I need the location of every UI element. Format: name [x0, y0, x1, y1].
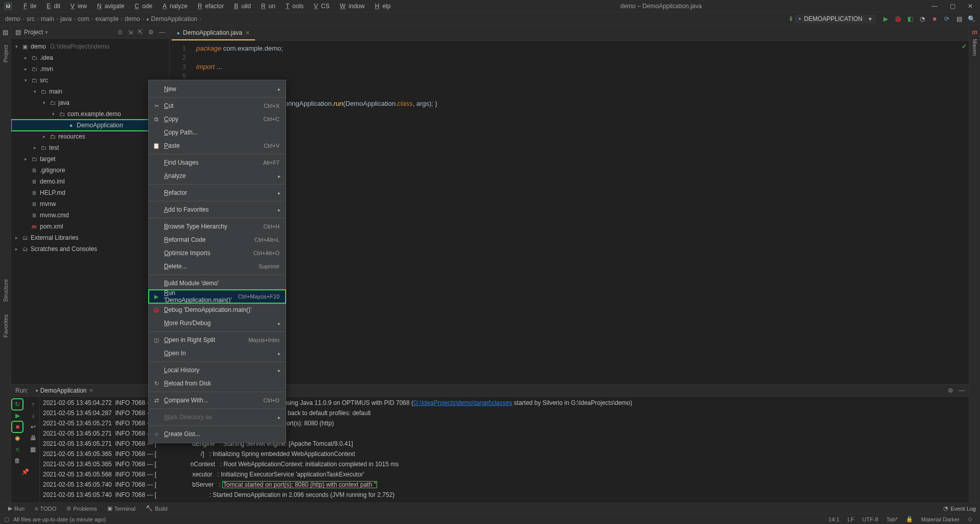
dump-threads-icon[interactable]: ◉ — [13, 434, 22, 443]
breadcrumb-item[interactable]: demo — [125, 15, 140, 22]
menu-view[interactable]: View — [64, 2, 90, 11]
breadcrumb-item[interactable]: DemoApplication — [146, 15, 197, 22]
soft-wrap-icon[interactable]: ↩ — [29, 422, 38, 431]
menu-help[interactable]: Help — [369, 2, 394, 11]
update-icon[interactable]: ⟳ — [943, 15, 950, 22]
ctx-build-module-demo-[interactable]: Build Module 'demo' — [149, 277, 286, 290]
maven-tab[interactable]: Maven — [972, 36, 978, 59]
tree-item-mvnw-cmd[interactable]: 🗎mvnw.cmd — [11, 210, 169, 221]
project-panel-title[interactable]: Project — [24, 29, 43, 36]
run-play-icon[interactable]: ▶ — [13, 411, 22, 420]
status-notify-icon[interactable]: ◇ — [964, 516, 976, 522]
heap-icon[interactable]: 🗑 — [13, 456, 22, 465]
menu-run[interactable]: Run — [255, 2, 278, 11]
ctx-open-in-right-split[interactable]: ◫Open in Right SplitMayús+Intro — [149, 333, 286, 347]
breadcrumb-item[interactable]: main — [41, 15, 54, 22]
status-icon[interactable]: ▢ — [4, 516, 9, 522]
ctx-compare-with-[interactable]: ⇄Compare With...Ctrl+D — [149, 394, 286, 407]
tree-item-java[interactable]: ▾🗀java — [11, 97, 169, 108]
tree-item-com-example-demo[interactable]: ▾🗀com.example.demo — [11, 108, 169, 120]
toolwindow-todo[interactable]: ≡TODO — [31, 505, 60, 513]
menu-code[interactable]: Code — [128, 2, 155, 11]
ctx-analyze[interactable]: Analyze — [149, 169, 286, 183]
tree-arrow-icon[interactable]: ▾ — [32, 89, 38, 94]
tree-item--mvn[interactable]: ▸🗀.mvn — [11, 63, 169, 75]
status-theme[interactable]: Material Darker — [917, 516, 964, 522]
maven-stripe-icon[interactable]: m — [972, 29, 977, 36]
run-config-combo[interactable]: DEMOAPPLICATION — [795, 14, 876, 24]
down-icon[interactable]: ↓ — [29, 411, 38, 420]
menu-navigate[interactable]: Navigate — [91, 2, 127, 11]
tree-item-target[interactable]: ▸🗀target — [11, 153, 169, 165]
run-settings-icon[interactable]: ⚙ — [948, 387, 953, 394]
minimize-icon[interactable]: — — [928, 3, 941, 10]
toolwindow-terminal[interactable]: ▣Terminal — [103, 504, 140, 513]
ctx-local-history[interactable]: Local History — [149, 363, 286, 377]
collapse-all-icon[interactable]: ⇱ — [138, 29, 143, 36]
ctx-run-demoapplication-main-[interactable]: ▶Run 'DemoApplication.main()'Ctrl+Mayús+… — [149, 290, 286, 303]
run-tab-demoapplication[interactable]: ● DemoApplication ✕ — [32, 386, 96, 395]
ctx-refactor[interactable]: Refactor — [149, 186, 286, 199]
inspection-ok-icon[interactable]: ✔ — [962, 43, 967, 50]
tree-arrow-icon[interactable]: ▸ — [41, 134, 47, 139]
ctx-copy[interactable]: ⧉CopyCtrl+C — [149, 112, 286, 126]
menu-tools[interactable]: Tools — [279, 2, 307, 11]
rerun-button[interactable]: ↻ — [13, 400, 22, 409]
toolwindow-problems[interactable]: ⊘Problems — [62, 504, 101, 513]
print-icon[interactable]: 🖶 — [29, 434, 38, 443]
status-caret-pos[interactable]: 14:1 — [824, 516, 843, 522]
close-run-tab-icon[interactable]: ✕ — [89, 388, 93, 393]
project-stripe-icon[interactable]: ▤ — [3, 29, 8, 36]
tree-arrow-icon[interactable]: ▾ — [50, 111, 56, 117]
tree-arrow-icon[interactable]: ▸ — [22, 55, 29, 60]
menu-build[interactable]: Build — [228, 2, 254, 11]
tree-item-mvnw[interactable]: 🗎mvnw — [11, 198, 169, 210]
breadcrumb-item[interactable]: src — [27, 15, 35, 22]
breadcrumb-item[interactable]: com — [78, 15, 89, 22]
tree-arrow-icon[interactable]: ▾ — [22, 78, 29, 83]
tree-arrow-icon[interactable]: ▸ — [13, 246, 19, 252]
tree-item-demo[interactable]: ▾▣demoG:\IdeaProjects\demo — [11, 41, 169, 52]
ctx-add-to-favorites[interactable]: Add to Favorites — [149, 203, 286, 216]
select-opened-icon[interactable]: ⊙ — [118, 29, 123, 36]
close-tab-icon[interactable]: ✕ — [245, 30, 250, 36]
ctx-debug-demoapplication-main-[interactable]: 🐞Debug 'DemoApplication.main()' — [149, 303, 286, 316]
menu-edit[interactable]: Edit — [40, 2, 63, 11]
ctx-cut[interactable]: ✂CutCtrl+X — [149, 99, 286, 112]
editor-tab-demoapplication[interactable]: ● DemoApplication.java ✕ — [172, 26, 255, 40]
coverage-icon[interactable]: ◧ — [906, 15, 914, 22]
menu-refactor[interactable]: Refactor — [192, 2, 227, 11]
ctx-reload-from-disk[interactable]: ↻Reload from Disk — [149, 377, 286, 390]
tree-item--gitignore[interactable]: 🗎.gitignore — [11, 165, 169, 176]
tree-item--idea[interactable]: ▸🗀.idea — [11, 52, 169, 63]
debug-icon[interactable]: 🐞 — [894, 15, 901, 22]
tree-item-demo-iml[interactable]: 🗎demo.iml — [11, 176, 169, 187]
run-icon[interactable]: ▶ — [882, 15, 889, 22]
maximize-icon[interactable]: ▢ — [947, 3, 959, 10]
tree-arrow-icon[interactable]: ▸ — [13, 235, 19, 240]
run-hide-icon[interactable]: — — [959, 387, 965, 394]
console-link[interactable]: G:\IdeaProjects\demo\target\classes — [413, 399, 512, 406]
project-tree[interactable]: ▾▣demoG:\IdeaProjects\demo▸🗀.idea▸🗀.mvn▾… — [11, 39, 169, 384]
tree-arrow-icon[interactable]: ▸ — [32, 145, 38, 150]
ctx-delete-[interactable]: Delete...Suprimir — [149, 260, 286, 273]
ctx-create-gist-[interactable]: ○Create Gist... — [149, 427, 286, 441]
favorites-tab[interactable]: Favorites — [3, 311, 9, 340]
toolwindow-build[interactable]: 🔨Build — [142, 504, 171, 513]
breadcrumb[interactable]: demo›src›main›java›com›example›demo›Demo… — [5, 15, 201, 22]
tree-item-main[interactable]: ▾🗀main — [11, 86, 169, 97]
status-line-ending[interactable]: LF — [844, 516, 858, 522]
project-tab[interactable]: Project — [3, 42, 9, 65]
tree-arrow-icon[interactable]: ▾ — [41, 100, 47, 105]
toolwindow-run[interactable]: ▶Run — [4, 504, 29, 513]
hide-icon[interactable]: — — [159, 29, 165, 36]
gear-icon[interactable]: ⚙ — [148, 29, 154, 36]
tree-item-src[interactable]: ▾🗀src — [11, 75, 169, 86]
menu-file[interactable]: File — [17, 2, 39, 11]
ctx-reformat-code[interactable]: Reformat CodeCtrl+Alt+L — [149, 233, 286, 246]
breadcrumb-item[interactable]: example — [96, 15, 119, 22]
menu-vcs[interactable]: VCS — [308, 2, 333, 11]
pin-icon[interactable]: 📌 — [21, 467, 30, 476]
breadcrumb-item[interactable]: demo — [5, 15, 20, 22]
structure-tab[interactable]: Structure — [3, 276, 9, 305]
